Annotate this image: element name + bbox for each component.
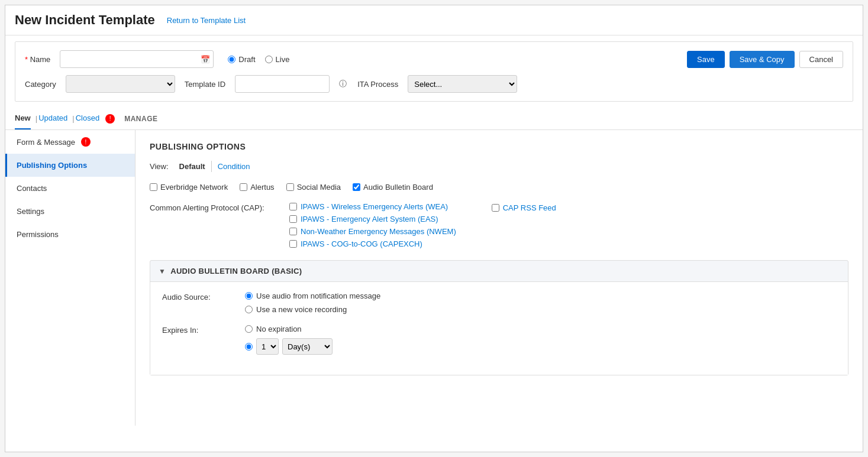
live-radio[interactable] [265, 56, 273, 63]
sidebar-label-settings: Settings [17, 207, 44, 216]
live-radio-label[interactable]: Live [265, 55, 290, 64]
view-tab-default[interactable]: Default [173, 161, 212, 172]
checkbox-social-media[interactable]: Social Media [286, 183, 341, 192]
checkbox-audio-bulletin-board[interactable]: Audio Bulletin Board [353, 183, 433, 192]
no-expiration-radio[interactable] [245, 325, 253, 333]
page-title: New Incident Template [15, 12, 155, 28]
cancel-button[interactable]: Cancel [799, 51, 843, 68]
audio-bulletin-board-label: Audio Bulletin Board [363, 183, 433, 192]
name-input[interactable] [60, 50, 214, 68]
name-input-wrapper: 📅 [60, 50, 214, 68]
tabs-area: New | Updated | Closed ! MANAGE [5, 108, 863, 130]
expires-unit-select[interactable]: Day(s) Hour(s) Minute(s) [282, 338, 333, 355]
cap-nwem[interactable]: Non-Weather Emergency Messages (NWEM) [289, 227, 456, 236]
expires-value-row: 1 2 3 4 5 Day(s) Hour(s) Minute(s) [245, 338, 333, 355]
cap-ipaws-eas[interactable]: IPAWS - Emergency Alert System (EAS) [289, 215, 456, 223]
tab-manage[interactable]: MANAGE [124, 115, 157, 123]
sidebar-item-contacts[interactable]: Contacts [5, 177, 135, 200]
tab-closed[interactable]: Closed [76, 108, 99, 129]
page-wrapper: New Incident Template Return to Template… [5, 5, 863, 452]
nwem-checkbox[interactable] [289, 228, 297, 235]
cap-label: Common Alerting Protocol (CAP): [150, 202, 280, 212]
draft-radio-label[interactable]: Draft [228, 55, 255, 64]
view-tab-condition[interactable]: Condition [212, 161, 256, 172]
no-expiration-label: No expiration [256, 325, 302, 333]
no-expiration-option[interactable]: No expiration [245, 325, 333, 333]
template-id-input[interactable] [235, 75, 330, 93]
checkboxes-row: Everbridge Network Alertus Social Media … [150, 183, 848, 192]
tab-closed-badge: ! [105, 114, 115, 124]
everbridge-network-checkbox[interactable] [150, 183, 157, 191]
expires-value-radio[interactable] [245, 343, 253, 351]
category-label: Category [25, 80, 56, 89]
nwem-label: Non-Weather Emergency Messages (NWEM) [301, 227, 456, 236]
audio-bulletin-board-checkbox[interactable] [353, 183, 360, 191]
expires-options: No expiration 1 2 3 4 5 [245, 325, 333, 355]
category-row: Category Template ID ⓘ ITA Process Selec… [25, 75, 843, 93]
cap-rss-wrapper: CAP RSS Feed [492, 202, 556, 260]
cap-options: IPAWS - Wireless Emergency Alerts (WEA) … [289, 202, 456, 248]
audio-source-options: Use audio from notification message Use … [245, 291, 380, 314]
audio-source-row: Audio Source: Use audio from notificatio… [162, 291, 836, 314]
cap-ipaws-wea[interactable]: IPAWS - Wireless Emergency Alerts (WEA) [289, 202, 456, 211]
tab-new[interactable]: New [15, 108, 31, 129]
return-to-template-list-link[interactable]: Return to Template List [167, 16, 246, 25]
ita-process-label: ITA Process [357, 80, 398, 89]
checkbox-alertus[interactable]: Alertus [240, 183, 274, 192]
cap-rss-feed[interactable]: CAP RSS Feed [492, 203, 556, 212]
audio-from-notification-radio[interactable] [245, 292, 253, 300]
category-select[interactable] [66, 75, 175, 93]
sidebar-label-contacts: Contacts [17, 184, 47, 193]
sidebar-item-settings[interactable]: Settings [5, 200, 135, 223]
ita-process-select[interactable]: Select... [408, 75, 517, 93]
cap-rss-checkbox[interactable] [492, 204, 499, 212]
name-row: * Name 📅 Draft Live Save Save & Copy Can… [25, 50, 843, 68]
sidebar-item-publishing-options[interactable]: Publishing Options [5, 154, 135, 177]
info-icon: ⓘ [339, 79, 347, 89]
use-voice-recording-radio[interactable] [245, 306, 253, 313]
expires-in-row: Expires In: No expiration 1 2 [162, 325, 836, 355]
tabs-row: New | Updated | Closed ! MANAGE [15, 108, 853, 129]
ipaws-wea-checkbox[interactable] [289, 203, 297, 210]
accordion-arrow-icon: ▼ [159, 267, 166, 276]
sidebar-label-publishing-options: Publishing Options [17, 161, 87, 170]
cap-row: Common Alerting Protocol (CAP): IPAWS - … [150, 202, 456, 248]
sidebar-item-form-message[interactable]: Form & Message ! [5, 130, 135, 154]
save-button[interactable]: Save [687, 51, 725, 68]
ipaws-cog-checkbox[interactable] [289, 240, 297, 248]
audio-from-notification-option[interactable]: Use audio from notification message [245, 291, 380, 300]
ipaws-eas-checkbox[interactable] [289, 215, 297, 223]
cap-ipaws-cog[interactable]: IPAWS - COG-to-COG (CAPEXCH) [289, 239, 456, 248]
calendar-icon[interactable]: 📅 [201, 55, 210, 64]
ipaws-wea-label: IPAWS - Wireless Emergency Alerts (WEA) [301, 202, 448, 211]
cap-section: Common Alerting Protocol (CAP): IPAWS - … [150, 202, 848, 260]
form-message-error-badge: ! [81, 137, 91, 147]
checkbox-everbridge-network[interactable]: Everbridge Network [150, 183, 228, 192]
status-radio-group: Draft Live [228, 55, 289, 64]
use-voice-recording-option[interactable]: Use a new voice recording [245, 305, 380, 314]
header-buttons: Save Save & Copy Cancel [687, 51, 843, 68]
live-label: Live [276, 55, 290, 64]
view-label: View: [150, 162, 169, 171]
template-id-label: Template ID [185, 80, 225, 89]
main-content: Form & Message ! Publishing Options Cont… [5, 130, 863, 426]
view-row: View: Default Condition [150, 161, 848, 172]
expires-in-label: Expires In: [162, 325, 233, 335]
cap-rss-label: CAP RSS Feed [503, 203, 556, 212]
accordion-header[interactable]: ▼ AUDIO BULLETIN BOARD (BASIC) [150, 261, 848, 281]
use-voice-recording-label: Use a new voice recording [256, 305, 347, 314]
everbridge-network-label: Everbridge Network [160, 183, 228, 192]
alertus-checkbox[interactable] [240, 183, 247, 191]
accordion-title: AUDIO BULLETIN BOARD (BASIC) [170, 267, 302, 276]
save-copy-button[interactable]: Save & Copy [730, 51, 795, 68]
tab-updated[interactable]: Updated [38, 108, 67, 129]
audio-source-label: Audio Source: [162, 291, 233, 302]
name-label: * Name [25, 55, 50, 64]
sidebar-label-form-message: Form & Message [17, 138, 75, 147]
accordion-body: Audio Source: Use audio from notificatio… [150, 281, 848, 375]
draft-label: Draft [238, 55, 255, 64]
social-media-checkbox[interactable] [286, 183, 294, 191]
expires-number-select[interactable]: 1 2 3 4 5 [256, 338, 279, 355]
sidebar-item-permissions[interactable]: Permissions [5, 223, 135, 246]
draft-radio[interactable] [228, 56, 235, 63]
